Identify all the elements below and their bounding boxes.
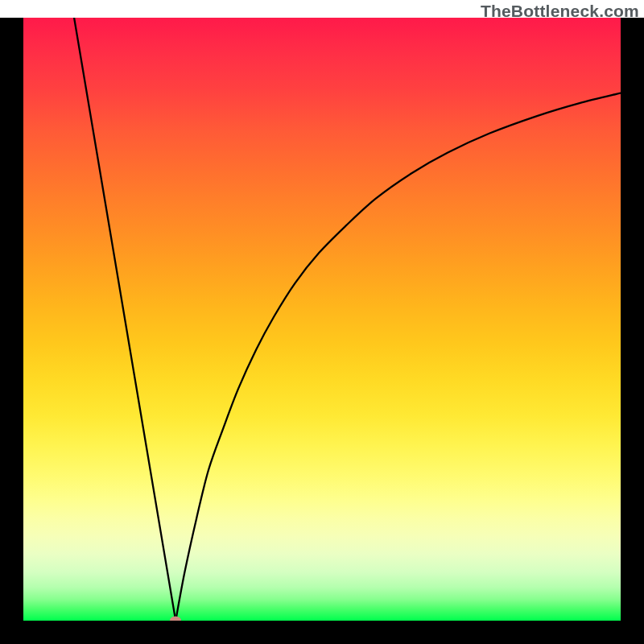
curve-right-path: [175, 93, 621, 621]
chart-frame: TheBottleneck.com: [0, 0, 644, 644]
minimum-marker: [170, 617, 181, 621]
curve-left-path: [74, 18, 175, 621]
plot-area: [23, 18, 621, 621]
curve-svg: [23, 18, 621, 621]
